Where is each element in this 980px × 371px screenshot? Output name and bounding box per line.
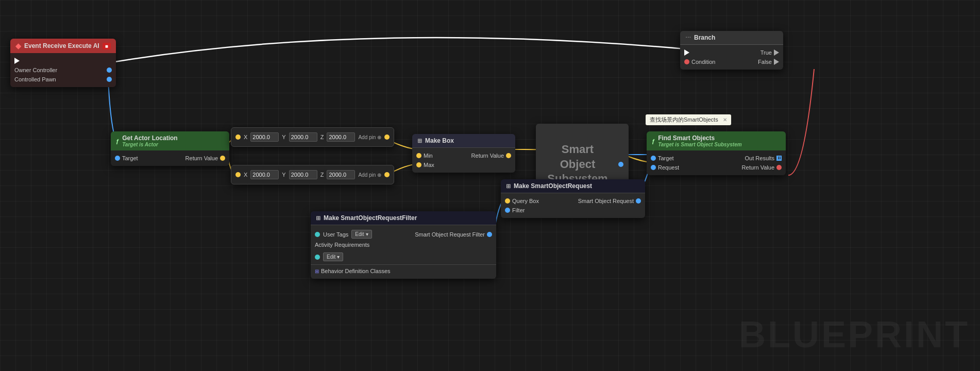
event-badge: ■ xyxy=(103,43,111,49)
get-actor-pin-row: Target Return Value xyxy=(111,154,229,163)
make-box-max-label: Max xyxy=(424,162,434,168)
make-box-max-row: Max xyxy=(412,160,515,170)
vec1-out-pin xyxy=(384,134,390,140)
make-box-max-pin xyxy=(416,162,421,167)
event-pawn-pin xyxy=(107,77,112,82)
vec1-in-pin xyxy=(235,134,241,140)
get-actor-header: ƒ Get Actor Location Target is Actor xyxy=(111,131,229,150)
branch-exec-in-pin xyxy=(684,49,689,56)
tooltip-cn: 查找场景内的SmartObjects ✕ xyxy=(646,114,731,125)
tooltip-cn-text: 查找场景内的SmartObjects xyxy=(650,116,718,123)
make-filter-activity-edit-btn[interactable]: Edit ▾ xyxy=(323,252,343,261)
make-request-qb-label: Query Box xyxy=(512,198,539,204)
event-pawn-label: Controlled Pawn xyxy=(14,76,56,82)
vec2-add-pin[interactable]: Add pin ⊕ xyxy=(358,172,381,178)
find-smart-results-pin xyxy=(776,156,782,161)
event-owner-label: Owner Controller xyxy=(14,67,57,73)
node-branch: ⋯ Branch True Condition False xyxy=(680,31,783,70)
find-smart-return-label: Return Value xyxy=(742,164,774,171)
event-exec-row xyxy=(10,56,116,65)
node-vec2: X Y Z Add pin ⊕ xyxy=(231,165,394,184)
make-request-qb-row: Query Box Smart Object Request xyxy=(501,196,645,206)
branch-body: True Condition False xyxy=(680,45,783,70)
find-smart-title: Find Smart Objects xyxy=(658,134,741,142)
make-filter-out-label: Smart Object Request Filter xyxy=(415,231,485,238)
subsystem-out-pin xyxy=(618,162,623,167)
make-filter-activity-row: Activity Requirements Edit ▾ xyxy=(311,240,496,263)
event-body: Owner Controller Controlled Pawn xyxy=(10,53,116,87)
make-box-min-label: Min xyxy=(424,153,433,159)
make-filter-tags-edit-btn[interactable]: Edit ▾ xyxy=(351,230,371,239)
event-header: ◆ Event Receive Execute AI ■ xyxy=(10,39,116,53)
make-request-out-label: Smart Object Request xyxy=(578,198,634,204)
chevron-down-icon: ▾ xyxy=(366,231,368,237)
make-request-filter-row: Filter xyxy=(501,206,645,215)
make-request-body: Query Box Smart Object Request Filter xyxy=(501,193,645,218)
event-pawn-row: Controlled Pawn xyxy=(10,75,116,84)
branch-condition-row: Condition False xyxy=(680,57,783,66)
make-filter-tags-row: User Tags Edit ▾ Smart Object Request Fi… xyxy=(311,228,496,240)
subsystem-line2: Object xyxy=(560,158,595,171)
vec1-z-input[interactable] xyxy=(327,132,355,142)
vec2-out-pin xyxy=(384,172,390,177)
make-filter-tags-label: User Tags xyxy=(323,231,348,238)
make-filter-activity-edit-label: Edit xyxy=(327,254,335,260)
watermark: BLUEPRINT xyxy=(739,313,970,356)
make-box-min-row: Min Return Value xyxy=(412,151,515,160)
make-request-filter-pin xyxy=(505,208,510,213)
make-box-min-pin xyxy=(416,153,421,158)
make-filter-divider xyxy=(311,264,496,265)
event-owner-pin xyxy=(107,68,112,73)
vec2-in-pin xyxy=(235,172,241,177)
get-actor-target-pin xyxy=(115,156,120,161)
make-box-return-label: Return Value xyxy=(471,153,504,159)
find-smart-request-label: Request xyxy=(658,164,679,171)
get-actor-title: Get Actor Location xyxy=(122,134,178,142)
find-smart-target-pin xyxy=(651,156,656,161)
branch-false-label: False xyxy=(758,59,772,65)
vec1-row: X Y Z Add pin ⊕ xyxy=(231,131,394,143)
make-filter-header: ⊞ Make SmartObjectRequestFilter xyxy=(311,211,496,225)
exec-out-pin xyxy=(14,58,20,64)
find-smart-subtitle: Target is Smart Object Subsystem xyxy=(658,142,741,147)
make-filter-out-pin xyxy=(487,232,492,237)
make-box-return-pin xyxy=(506,153,511,158)
branch-exec-row: True xyxy=(680,48,783,57)
find-smart-return-pin xyxy=(776,165,782,170)
get-actor-body: Target Return Value xyxy=(111,150,229,166)
make-request-filter-label: Filter xyxy=(512,207,525,213)
get-actor-target-label: Target xyxy=(122,155,138,161)
node-make-filter: ⊞ Make SmartObjectRequestFilter User Tag… xyxy=(311,211,496,279)
make-box-title: Make Box xyxy=(425,137,454,144)
branch-condition-pin xyxy=(684,59,689,64)
find-smart-body: Target Out Results Request Return Value xyxy=(647,150,786,175)
vec1-add-pin[interactable]: Add pin ⊕ xyxy=(358,134,381,140)
vec2-row: X Y Z Add pin ⊕ xyxy=(231,168,394,181)
vec2-z-input[interactable] xyxy=(327,170,355,179)
vec2-y-input[interactable] xyxy=(289,170,317,179)
make-request-header: ⊞ Make SmartObjectRequest xyxy=(501,179,645,193)
branch-header: ⋯ Branch xyxy=(680,31,783,45)
subsystem-line1: Smart xyxy=(562,143,594,156)
make-request-out-pin xyxy=(636,198,641,204)
find-smart-target-row: Target Out Results xyxy=(647,154,786,163)
find-smart-request-row: Request Return Value xyxy=(647,163,786,172)
make-filter-tags-pin xyxy=(315,232,320,237)
vec1-y-input[interactable] xyxy=(289,132,317,142)
find-smart-target-label: Target xyxy=(658,155,674,161)
make-request-title: Make SmartObjectRequest xyxy=(514,182,592,190)
branch-true-pin xyxy=(774,49,779,56)
make-filter-activity-label: Activity Requirements xyxy=(315,242,369,248)
node-make-request: ⊞ Make SmartObjectRequest Query Box Smar… xyxy=(501,179,645,218)
branch-title: Branch xyxy=(694,34,715,41)
event-owner-row: Owner Controller xyxy=(10,65,116,75)
get-actor-return-pin xyxy=(220,156,225,161)
branch-true-label: True xyxy=(761,49,772,56)
vec2-x-input[interactable] xyxy=(250,170,279,179)
get-actor-subtitle: Target is Actor xyxy=(122,142,178,147)
make-box-header: ⊞ Make Box xyxy=(412,134,515,148)
get-actor-return-label: Return Value xyxy=(185,155,218,161)
vec1-x-input[interactable] xyxy=(250,132,279,142)
make-filter-activity-pin xyxy=(315,255,320,260)
make-filter-behavior-label: Behavior Definition Classes xyxy=(321,268,391,274)
